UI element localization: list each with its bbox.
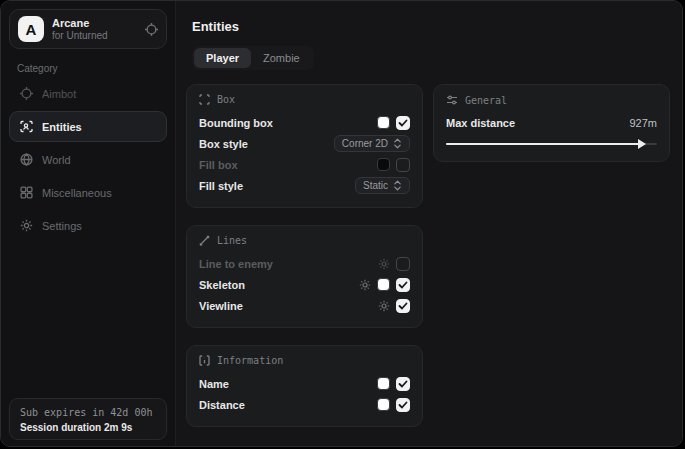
sidebar-item-label: Settings (42, 220, 82, 232)
setting-row-distance: Distance (199, 394, 410, 415)
lines-card: Lines Line to enemy Skeleton (186, 225, 423, 328)
gear-icon[interactable] (359, 279, 371, 291)
app-logo: A (18, 16, 44, 42)
sliders-icon (446, 94, 458, 106)
sidebar-item-label: Miscellaneous (42, 187, 112, 199)
card-title: Information (217, 355, 283, 366)
color-swatch[interactable] (377, 398, 390, 411)
tab-player[interactable]: Player (194, 48, 251, 68)
color-swatch[interactable] (377, 278, 390, 291)
sidebar-item-label: Entities (42, 121, 82, 133)
tab-zombie[interactable]: Zombie (251, 48, 312, 68)
skeleton-checkbox[interactable] (396, 278, 410, 292)
slider-handle[interactable] (638, 139, 646, 149)
setting-row-max-distance: Max distance 927m (446, 113, 657, 133)
line-icon (199, 235, 210, 246)
distance-checkbox[interactable] (396, 398, 410, 412)
max-distance-value: 927m (629, 117, 657, 129)
setting-row-box-style: Box style Corner 2D (199, 133, 410, 154)
grid-icon (20, 186, 33, 199)
slider-fill (446, 143, 640, 145)
app-title: Arcane (52, 17, 137, 30)
globe-icon (20, 153, 33, 166)
info-icon (199, 355, 210, 366)
card-title: General (465, 95, 507, 106)
fill-box-checkbox[interactable] (396, 158, 410, 172)
sidebar-item-settings[interactable]: Settings (9, 210, 167, 241)
general-card: General Max distance 927m (433, 84, 670, 162)
card-title: Lines (217, 235, 247, 246)
sidebar-item-miscellaneous[interactable]: Miscellaneous (9, 177, 167, 208)
chevrons-up-down-icon (393, 180, 402, 191)
setting-row-fill-style: Fill style Static (199, 175, 410, 196)
sidebar-item-label: Aimbot (42, 88, 76, 100)
setting-row-line-to-enemy: Line to enemy (199, 253, 410, 274)
left-column: Box Bounding box Box style Corner 2D (186, 84, 423, 427)
crosshair-icon (20, 87, 33, 100)
max-distance-slider[interactable] (446, 138, 657, 150)
main-content: Entities Player Zombie Box Bounding box (176, 1, 682, 446)
line-to-enemy-checkbox[interactable] (396, 257, 410, 271)
brand-card: A Arcane for Unturned (9, 9, 167, 49)
app-window: A Arcane for Unturned Category Aimbot En… (0, 0, 683, 447)
setting-row-skeleton: Skeleton (199, 274, 410, 295)
card-title: Box (217, 94, 235, 105)
gear-icon (20, 219, 33, 232)
chevrons-up-down-icon (393, 138, 402, 149)
gear-icon[interactable] (378, 258, 390, 270)
entity-tabs: Player Zombie (192, 46, 314, 70)
name-checkbox[interactable] (396, 377, 410, 391)
box-icon (199, 94, 210, 105)
subscription-card: Sub expires in 42d 00h Session duration … (9, 398, 167, 440)
setting-row-viewline: Viewline (199, 295, 410, 316)
session-duration-text: Session duration 2m 9s (20, 422, 156, 433)
sub-expires-text: Sub expires in 42d 00h (20, 407, 156, 418)
information-card: Information Name Distance (186, 345, 423, 427)
color-swatch[interactable] (377, 116, 390, 129)
setting-row-fill-box: Fill box (199, 154, 410, 175)
box-card: Box Bounding box Box style Corner 2D (186, 84, 423, 208)
sidebar-item-world[interactable]: World (9, 144, 167, 175)
fill-style-select[interactable]: Static (355, 177, 410, 194)
app-subtitle: for Unturned (52, 30, 137, 42)
color-swatch[interactable] (377, 158, 390, 171)
color-swatch[interactable] (377, 377, 390, 390)
sidebar-item-aimbot[interactable]: Aimbot (9, 78, 167, 109)
scan-person-icon (20, 120, 33, 133)
viewline-checkbox[interactable] (396, 299, 410, 313)
sidebar-item-label: World (42, 154, 71, 166)
page-title: Entities (192, 19, 670, 34)
setting-row-bounding-box: Bounding box (199, 112, 410, 133)
sidebar-nav: Aimbot Entities World Miscellaneous Sett… (9, 78, 167, 243)
sidebar: A Arcane for Unturned Category Aimbot En… (1, 1, 176, 446)
right-column: General Max distance 927m (433, 84, 670, 162)
box-style-select[interactable]: Corner 2D (334, 135, 410, 152)
crosshair-icon[interactable] (145, 23, 158, 36)
bounding-box-checkbox[interactable] (396, 116, 410, 130)
gear-icon[interactable] (378, 300, 390, 312)
sidebar-item-entities[interactable]: Entities (9, 111, 167, 142)
setting-row-name: Name (199, 373, 410, 394)
category-label: Category (17, 63, 167, 74)
